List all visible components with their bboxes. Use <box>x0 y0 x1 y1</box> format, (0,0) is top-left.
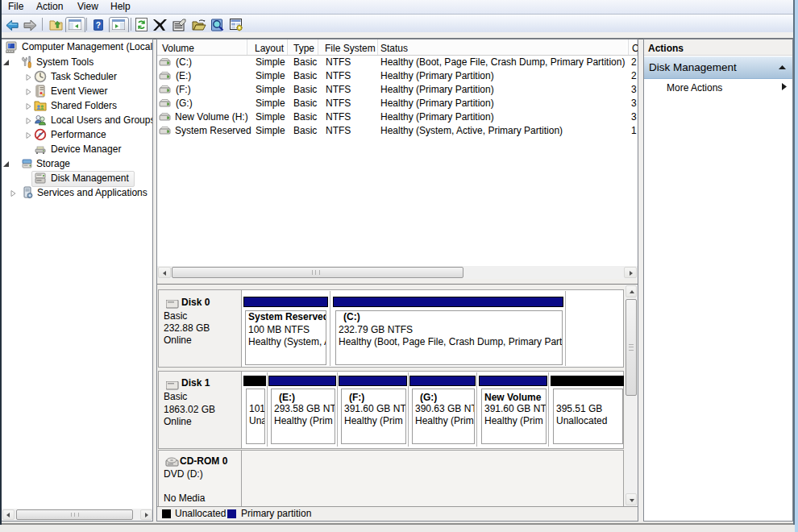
svg-text:?: ? <box>96 21 101 30</box>
